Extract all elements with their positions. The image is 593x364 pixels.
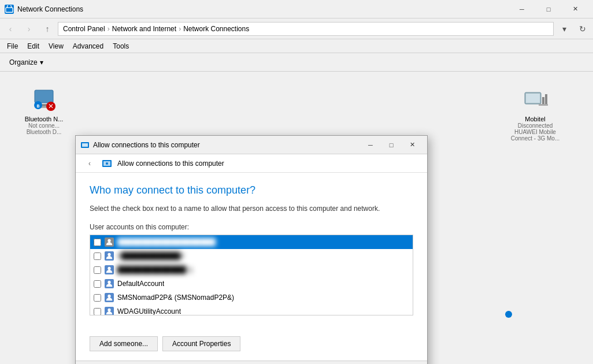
- menu-view[interactable]: View: [44, 41, 68, 51]
- close-button[interactable]: ✕: [562, 0, 588, 18]
- svg-point-22: [108, 295, 110, 298]
- path-network-internet: Network and Internet: [112, 25, 176, 33]
- svg-point-23: [108, 309, 110, 311]
- user-name-2: ██████████████ r): [117, 266, 192, 274]
- bluetooth-icon: ✕ ʙ: [30, 86, 58, 113]
- svg-rect-0: [6, 8, 13, 12]
- menu-tools[interactable]: Tools: [108, 41, 134, 51]
- dialog-section-label: User accounts on this computer:: [90, 223, 413, 231]
- window-title: Network Connections: [17, 5, 83, 13]
- add-someone-button[interactable]: Add someone...: [90, 336, 158, 351]
- user-row-4[interactable]: SMSNomadP2P& (SMSNomadP2P&): [90, 291, 413, 304]
- chevron-button[interactable]: ▾: [556, 21, 572, 37]
- svg-rect-1: [35, 90, 53, 103]
- bluetooth-type: Bluetooth D...: [27, 129, 62, 135]
- dialog-footer: Add someone... Account Properties: [76, 327, 427, 361]
- user-avatar-5: [105, 307, 114, 315]
- refresh-button[interactable]: ↻: [575, 21, 591, 37]
- mobitel-name: Mobitel: [525, 116, 545, 122]
- user-checkbox-2[interactable]: [94, 266, 101, 274]
- user-list: ████████████████████ #████████████#: [90, 235, 413, 315]
- svg-point-21: [108, 281, 110, 284]
- main-content: ✕ ʙ Bluetooth N... Not conne... Bluetoot…: [0, 72, 593, 364]
- menu-bar: File Edit View Advanced Tools: [0, 39, 593, 53]
- dialog-nav-icon: [101, 158, 113, 169]
- organize-chevron: ▾: [40, 58, 43, 66]
- dialog-title-bar: Allow connections to this computer ─ □ ✕: [76, 136, 427, 154]
- svg-rect-11: [545, 94, 547, 104]
- svg-rect-10: [542, 97, 544, 104]
- network-item-bluetooth[interactable]: ✕ ʙ Bluetooth N... Not conne... Bluetoot…: [9, 81, 79, 355]
- title-bar: Network Connections ─ □ ✕: [0, 0, 593, 18]
- window-controls: ─ □ ✕: [509, 0, 588, 18]
- mobitel-type: HUAWEI Mobile Connect - 3G Mo...: [505, 129, 565, 142]
- menu-edit[interactable]: Edit: [23, 41, 44, 51]
- user-avatar-0: [105, 237, 114, 247]
- user-avatar-2: [105, 265, 114, 274]
- dialog-title-icon: [80, 140, 90, 150]
- dialog-nav: ‹ Allow connections to this computer: [76, 154, 427, 173]
- user-checkbox-5[interactable]: [94, 308, 101, 315]
- up-button[interactable]: ↑: [39, 21, 55, 37]
- dialog-title-text: Allow connections to this computer: [93, 141, 360, 149]
- user-name-1: #████████████#: [117, 252, 184, 260]
- blue-dot-decoration: [505, 311, 512, 318]
- maximize-button[interactable]: □: [535, 0, 562, 18]
- address-path[interactable]: Control Panel › Network and Internet › N…: [58, 22, 554, 36]
- bluetooth-name: Bluetooth N...: [25, 116, 64, 122]
- svg-rect-12: [539, 104, 548, 106]
- dialog-controls: ─ □ ✕: [360, 137, 422, 153]
- path-control-panel: Control Panel: [63, 25, 105, 33]
- allow-connections-dialog: Allow connections to this computer ─ □ ✕…: [75, 135, 428, 364]
- user-row-1[interactable]: #████████████#: [90, 249, 413, 263]
- dialog-back-button[interactable]: ‹: [83, 157, 97, 170]
- user-name-0: ████████████████████: [117, 238, 216, 246]
- mobitel-icon: [521, 86, 549, 113]
- dialog-description: Select the check box next to a name to a…: [90, 203, 413, 214]
- account-properties-button[interactable]: Account Properties: [162, 336, 240, 351]
- user-row-0[interactable]: ████████████████████: [90, 235, 413, 249]
- user-avatar-1: [105, 251, 114, 261]
- dialog-bottom-bar: Next Cancel: [76, 361, 427, 364]
- dialog-maximize-button[interactable]: □: [381, 137, 402, 153]
- address-bar: ‹ › ↑ Control Panel › Network and Intern…: [0, 18, 593, 39]
- user-row-2[interactable]: ██████████████ r): [90, 263, 413, 277]
- forward-button[interactable]: ›: [21, 21, 37, 37]
- dialog-nav-title: Allow connections to this computer: [117, 159, 224, 168]
- menu-file[interactable]: File: [2, 41, 23, 51]
- window-icon: [5, 5, 14, 14]
- bluetooth-status: Not conne...: [28, 122, 60, 129]
- mobitel-status: Disconnected: [518, 122, 553, 129]
- svg-text:✕: ✕: [48, 102, 54, 110]
- user-checkbox-3[interactable]: [94, 280, 101, 288]
- svg-point-18: [108, 239, 110, 242]
- organize-label: Organize: [9, 58, 38, 66]
- user-name-5: WDAGUtilityAccount: [117, 307, 181, 315]
- user-avatar-3: [105, 279, 114, 288]
- user-name-4: SMSNomadP2P& (SMSNomadP2P&): [117, 294, 234, 302]
- user-row-5[interactable]: WDAGUtilityAccount: [90, 304, 413, 315]
- dialog-content: Who may connect to this computer? Select…: [76, 173, 427, 327]
- menu-advanced[interactable]: Advanced: [68, 41, 108, 51]
- dialog-heading: Who may connect to this computer?: [90, 184, 413, 196]
- back-button[interactable]: ‹: [2, 21, 18, 37]
- organize-button[interactable]: Organize ▾: [5, 56, 48, 69]
- user-checkbox-1[interactable]: [94, 252, 101, 260]
- user-name-3: DefaultAccount: [117, 280, 164, 288]
- svg-rect-9: [526, 94, 540, 103]
- svg-rect-14: [82, 143, 88, 147]
- dialog-minimize-button[interactable]: ─: [360, 137, 381, 153]
- user-checkbox-4[interactable]: [94, 294, 101, 302]
- user-avatar-4: [105, 293, 114, 302]
- user-row-3[interactable]: DefaultAccount: [90, 277, 413, 291]
- path-network-connections: Network Connections: [183, 25, 249, 33]
- svg-point-20: [108, 267, 110, 270]
- svg-text:ʙ: ʙ: [36, 102, 40, 109]
- svg-point-19: [108, 253, 110, 256]
- toolbar: Organize ▾: [0, 53, 593, 72]
- dialog-close-button[interactable]: ✕: [402, 137, 422, 153]
- minimize-button[interactable]: ─: [509, 0, 535, 18]
- svg-point-17: [106, 162, 108, 165]
- user-checkbox-0[interactable]: [94, 239, 101, 246]
